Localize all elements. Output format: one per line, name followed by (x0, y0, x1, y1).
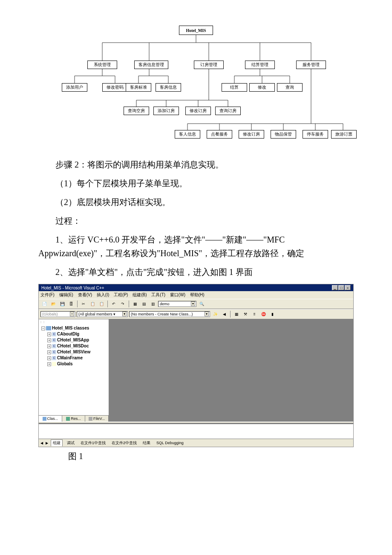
node-meal: 点餐服务 (207, 130, 232, 139)
tree-item-aboutdlg[interactable]: +CCAboutDlg (40, 331, 108, 337)
class-combo[interactable]: (Globals) (40, 311, 75, 317)
menu-project[interactable]: 工程(P) (114, 292, 128, 297)
node-root: Hotel_MIS (179, 26, 213, 35)
copy-icon[interactable]: 📋 (89, 300, 96, 308)
menu-build[interactable]: 组建(B) (133, 292, 147, 297)
node-park: 停车服务 (303, 130, 328, 139)
menu-edit[interactable]: 编辑(E) (59, 292, 73, 297)
node-guest: 客人信息 (175, 130, 200, 139)
save-icon[interactable]: 💾 (58, 300, 66, 308)
menu-help[interactable]: 帮助(H) (190, 292, 205, 297)
node-settle-query: 查询 (277, 83, 303, 92)
create-class-combo[interactable]: (No members - Create New Class...) (129, 311, 210, 317)
undo-icon[interactable]: ↶ (110, 300, 118, 308)
menu-insert[interactable]: 插入(I) (97, 292, 109, 297)
cut-icon[interactable]: ✂ (80, 300, 87, 308)
text-step2: 步骤 2：将图示的调用结构用菜单消息实现。 (38, 158, 354, 171)
node-tour: 旅游订票 (331, 130, 357, 139)
node-adduser: 添加用户 (62, 83, 87, 92)
redo-icon[interactable]: ↷ (119, 300, 127, 308)
node-service: 服务管理 (296, 61, 326, 69)
wizard-toolbar: (Globals) (All global members ▾ (No memb… (39, 309, 353, 319)
tile-icon[interactable]: ▦ (233, 310, 240, 318)
output-tabs: ◀ ▶ 组建 调试 在文件1中查找 在文件2中查找 结果 SQL Debuggi… (39, 439, 353, 447)
find-combo[interactable]: demo (158, 301, 196, 307)
vcpp-screenshot: Hotel_MIS - Microsoft Visual C++ ‗ □ × 文… (38, 284, 354, 447)
folder-icon (46, 326, 51, 330)
expand-icon[interactable]: − (41, 327, 45, 330)
expand-icon[interactable]: + (47, 356, 51, 360)
standard-toolbar: 📄 📂 💾 🗄 ✂ 📋 📋 ↶ ↷ ▦ ▤ ▥ demo 🔍 (39, 299, 353, 309)
output-tab-find1[interactable]: 在文件1中查找 (79, 440, 107, 446)
tab-classview[interactable]: Clas... (39, 416, 62, 422)
window-list-icon[interactable]: ▥ (149, 300, 157, 308)
node-addbook: 添加订房 (153, 107, 179, 115)
output-tab-results[interactable]: 结果 (141, 440, 152, 446)
tree-item-misdoc[interactable]: +CCHotel_MISDoc (40, 343, 108, 349)
open-file-icon[interactable]: 📂 (49, 300, 57, 308)
output-tab-debug[interactable]: 调试 (65, 440, 76, 446)
workspace-icon[interactable]: ▦ (131, 300, 139, 308)
tab-fileview[interactable]: FileV... (85, 416, 109, 422)
class-icon: C (52, 338, 56, 342)
sidebar-tabs: Clas... Res... FileV... (39, 415, 109, 422)
paste-icon[interactable]: 📋 (98, 300, 105, 308)
execute-icon[interactable]: ▮ (268, 310, 276, 318)
node-qbook: 查询订房 (215, 107, 241, 115)
members-combo[interactable]: (All global members ▾ (77, 311, 128, 317)
tree-item-misapp[interactable]: +CCHotel_MISApp (40, 337, 108, 343)
maximize-button[interactable]: □ (338, 285, 344, 290)
menu-view[interactable]: 查看(V) (78, 292, 92, 297)
globals-icon (52, 362, 56, 366)
node-qempty: 查询空房 (124, 107, 149, 115)
menu-window[interactable]: 窗口(W) (170, 292, 185, 297)
tree-root-item[interactable]: − Hotel_MIS classes (40, 325, 108, 331)
node-modbook2: 修改订房 (239, 130, 264, 139)
build-icon[interactable]: ‼ (251, 310, 258, 318)
tab-resourceview[interactable]: Res... (62, 416, 86, 422)
scroll-left-icon[interactable]: ◀ (40, 441, 43, 445)
compile-icon[interactable]: ⚒ (242, 310, 249, 318)
minimize-button[interactable]: ‗ (332, 285, 338, 290)
hierarchy-diagram: Hotel_MIS 系统管理 客房信息管理 订房管理 结算管理 服务管理 添加用… (38, 26, 354, 149)
output-icon[interactable]: ▤ (140, 300, 148, 308)
class-icon: C (52, 332, 56, 336)
node-room: 客房信息管理 (134, 61, 168, 69)
expand-icon[interactable]: + (47, 350, 51, 354)
tree-item-mainframe[interactable]: +CCMainFrame (40, 355, 108, 361)
text-sub2: （2）底层模块用对话框实现。 (38, 195, 354, 209)
expand-icon[interactable]: + (47, 362, 51, 366)
node-book: 订房管理 (194, 61, 224, 69)
output-tab-sql[interactable]: SQL Debugging (155, 440, 185, 445)
tree-item-globals[interactable]: +Globals (40, 361, 108, 367)
mdi-client-area (109, 319, 353, 422)
save-all-icon[interactable]: 🗄 (67, 300, 75, 308)
tree-item-misview[interactable]: +CCHotel_MISView (40, 349, 108, 355)
new-file-icon[interactable]: 📄 (40, 300, 48, 308)
output-tab-build[interactable]: 组建 (51, 439, 63, 446)
node-modbook: 修改订房 (185, 107, 211, 115)
menu-file[interactable]: 文件(F) (40, 292, 55, 297)
menu-tools[interactable]: 工具(T) (151, 292, 165, 297)
wand-icon[interactable]: ✨ (211, 310, 219, 318)
expand-icon[interactable]: + (47, 344, 51, 348)
node-roomstd: 客房标准 (126, 83, 151, 92)
class-icon: C (52, 350, 56, 354)
resourceview-icon (66, 417, 70, 421)
node-settle-do: 结算 (222, 83, 247, 92)
expand-icon[interactable]: + (47, 332, 51, 336)
find-icon[interactable]: 🔍 (198, 300, 205, 308)
stop-build-icon[interactable]: ⛔ (259, 310, 267, 318)
text-p2: 2、选择"单文档"，点击"完成"按钮，进入如图 1 界面 (38, 265, 354, 279)
nav-back-icon[interactable]: ◀ (220, 310, 228, 318)
window-titlebar: Hotel_MIS - Microsoft Visual C++ ‗ □ × (39, 284, 353, 291)
node-roominfo: 客房信息 (156, 83, 181, 92)
text-process: 过程： (38, 214, 354, 228)
window-title-text: Hotel_MIS - Microsoft Visual C++ (41, 286, 332, 290)
scroll-right-icon[interactable]: ▶ (46, 441, 48, 445)
output-tab-find2[interactable]: 在文件2中查找 (110, 440, 138, 446)
class-icon: C (52, 356, 56, 360)
classview-icon (43, 417, 46, 421)
expand-icon[interactable]: + (47, 338, 51, 342)
close-button[interactable]: × (345, 285, 351, 290)
